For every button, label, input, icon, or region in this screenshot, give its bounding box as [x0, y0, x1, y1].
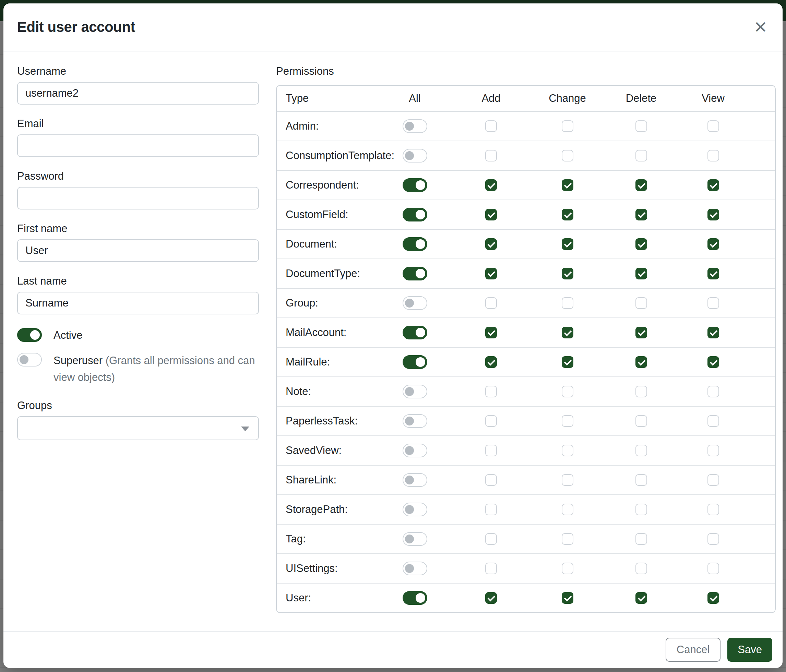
permission-all-toggle[interactable] — [402, 237, 427, 251]
permission-add-checkbox[interactable] — [485, 445, 497, 456]
permission-change-checkbox[interactable] — [562, 563, 574, 574]
permission-delete-checkbox[interactable] — [635, 150, 647, 162]
permission-view-checkbox[interactable] — [707, 120, 719, 132]
permission-view-checkbox[interactable] — [707, 592, 719, 604]
permission-all-toggle[interactable] — [402, 562, 427, 575]
permission-change-checkbox[interactable] — [562, 179, 574, 191]
permission-all-toggle[interactable] — [402, 355, 427, 369]
permission-change-checkbox[interactable] — [562, 297, 574, 309]
permission-delete-checkbox[interactable] — [635, 533, 647, 545]
permission-type-label: CustomField: — [277, 209, 376, 221]
permission-view-checkbox[interactable] — [707, 415, 719, 427]
permission-change-checkbox[interactable] — [562, 327, 574, 338]
permission-delete-checkbox[interactable] — [635, 179, 647, 191]
permission-add-checkbox[interactable] — [485, 356, 497, 368]
active-toggle[interactable] — [17, 328, 42, 342]
permission-change-checkbox[interactable] — [562, 533, 574, 545]
permission-view-checkbox[interactable] — [707, 356, 719, 368]
permission-view-checkbox[interactable] — [707, 327, 719, 338]
permission-all-toggle[interactable] — [402, 385, 427, 399]
permission-delete-checkbox[interactable] — [635, 297, 647, 309]
permission-delete-checkbox[interactable] — [635, 415, 647, 427]
save-button[interactable]: Save — [727, 638, 772, 662]
toggle-knob — [416, 239, 425, 249]
permission-change-checkbox[interactable] — [562, 592, 574, 604]
password-field[interactable] — [17, 187, 259, 209]
permission-delete-checkbox[interactable] — [635, 268, 647, 279]
first-name-field[interactable] — [17, 239, 259, 262]
permission-delete-checkbox[interactable] — [635, 563, 647, 574]
permission-add-checkbox[interactable] — [485, 209, 497, 220]
permission-delete-checkbox[interactable] — [635, 209, 647, 220]
permission-all-toggle[interactable] — [402, 149, 427, 163]
permission-change-checkbox[interactable] — [562, 445, 574, 456]
permission-change-checkbox[interactable] — [562, 150, 574, 162]
permission-all-toggle[interactable] — [402, 414, 427, 428]
cancel-button[interactable]: Cancel — [666, 638, 721, 662]
permission-all-toggle[interactable] — [402, 502, 427, 517]
permission-change-checkbox[interactable] — [562, 120, 574, 132]
permission-delete-checkbox[interactable] — [635, 474, 647, 486]
permission-change-checkbox[interactable] — [562, 504, 574, 515]
permission-add-checkbox[interactable] — [485, 474, 497, 486]
permission-delete-checkbox[interactable] — [635, 386, 647, 397]
permission-all-toggle[interactable] — [402, 119, 427, 133]
permission-delete-checkbox[interactable] — [635, 592, 647, 604]
permission-all-toggle[interactable] — [402, 591, 427, 605]
permission-delete-checkbox[interactable] — [635, 504, 647, 515]
permission-view-checkbox[interactable] — [707, 474, 719, 486]
username-input[interactable] — [17, 82, 259, 105]
permission-add-checkbox[interactable] — [485, 504, 497, 515]
last-name-field[interactable] — [17, 292, 259, 314]
email-field[interactable] — [17, 134, 259, 157]
permission-view-checkbox[interactable] — [707, 445, 719, 456]
permission-view-checkbox[interactable] — [707, 563, 719, 574]
permission-view-checkbox[interactable] — [707, 179, 719, 191]
permission-add-checkbox[interactable] — [485, 386, 497, 397]
permission-add-checkbox[interactable] — [485, 327, 497, 338]
permission-add-checkbox[interactable] — [485, 415, 497, 427]
permission-change-checkbox[interactable] — [562, 209, 574, 220]
close-icon[interactable]: ✕ — [752, 17, 770, 38]
permission-delete-checkbox[interactable] — [635, 238, 647, 250]
permission-delete-checkbox[interactable] — [635, 327, 647, 338]
groups-select[interactable] — [17, 416, 259, 440]
permission-view-checkbox[interactable] — [707, 268, 719, 279]
permission-add-checkbox[interactable] — [485, 533, 497, 545]
permission-all-toggle[interactable] — [402, 473, 427, 487]
permission-all-toggle[interactable] — [402, 532, 427, 546]
permission-delete-checkbox[interactable] — [635, 445, 647, 456]
permission-view-checkbox[interactable] — [707, 209, 719, 220]
permission-add-checkbox[interactable] — [485, 297, 497, 309]
permission-delete-checkbox[interactable] — [635, 120, 647, 132]
permission-all-toggle[interactable] — [402, 178, 427, 192]
permission-add-checkbox[interactable] — [485, 592, 497, 604]
permission-view-checkbox[interactable] — [707, 504, 719, 515]
permission-view-checkbox[interactable] — [707, 533, 719, 545]
permission-view-checkbox[interactable] — [707, 150, 719, 162]
email-label: Email — [17, 118, 259, 130]
permission-all-toggle[interactable] — [402, 326, 427, 339]
permission-view-checkbox[interactable] — [707, 297, 719, 309]
permission-all-toggle[interactable] — [402, 296, 427, 310]
permission-view-checkbox[interactable] — [707, 238, 719, 250]
permission-all-toggle[interactable] — [402, 208, 427, 221]
permission-add-checkbox[interactable] — [485, 150, 497, 162]
permission-all-toggle[interactable] — [402, 267, 427, 281]
permission-add-checkbox[interactable] — [485, 120, 497, 132]
permission-view-checkbox[interactable] — [707, 386, 719, 397]
permission-change-checkbox[interactable] — [562, 356, 574, 368]
permission-change-checkbox[interactable] — [562, 268, 574, 279]
permission-add-checkbox[interactable] — [485, 563, 497, 574]
permission-add-checkbox[interactable] — [485, 179, 497, 191]
permission-change-checkbox[interactable] — [562, 415, 574, 427]
permission-row: ConsumptionTemplate: — [277, 141, 775, 170]
permission-add-checkbox[interactable] — [485, 238, 497, 250]
permission-add-checkbox[interactable] — [485, 268, 497, 279]
permission-change-checkbox[interactable] — [562, 386, 574, 397]
permission-all-toggle[interactable] — [402, 444, 427, 457]
permission-change-checkbox[interactable] — [562, 474, 574, 486]
superuser-toggle[interactable] — [17, 353, 42, 366]
permission-delete-checkbox[interactable] — [635, 356, 647, 368]
permission-change-checkbox[interactable] — [562, 238, 574, 250]
